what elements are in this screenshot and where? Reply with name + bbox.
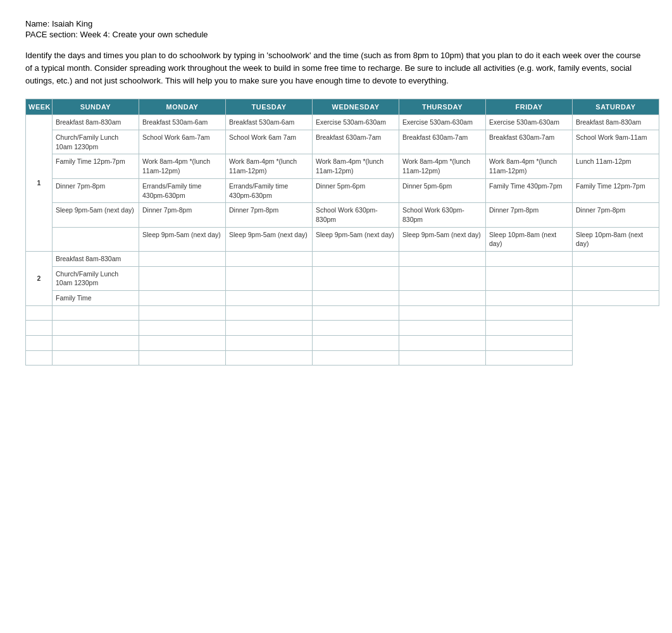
cell-week1-thursday-row5: Sleep 9pm-5am (next day): [399, 227, 486, 251]
table-row-blurred: [26, 305, 659, 321]
cell-week1-saturday-row4: Dinner 7pm-8pm: [573, 203, 659, 227]
cell-week2-sunday-row2: Family Time: [53, 291, 139, 306]
cell-blurred-week2-thursday-extra2: [313, 336, 399, 351]
cell-week1-sunday-row4: Sleep 9pm-5am (next day): [53, 203, 139, 227]
cell-week2-thursday-row0: [399, 251, 486, 266]
col-header-friday: FRIDAY: [486, 99, 573, 115]
cell-blurred-week2-sunday-extra2: [26, 336, 53, 351]
cell-week1-sunday-row2: Family Time 12pm-7pm: [53, 154, 139, 178]
cell-blurred-week2-friday-extra2: [399, 336, 486, 351]
cell-week2-saturday-row2: [573, 291, 659, 306]
cell-blurred-week2-sunday-extra1: [26, 321, 53, 336]
cell-blurred-week2-monday-extra2: [53, 336, 139, 351]
cell-week1-wednesday-row5: Sleep 9pm-5am (next day): [313, 227, 399, 251]
col-header-wednesday: WEDNESDAY: [313, 99, 399, 115]
table-row: Family Time: [26, 291, 659, 306]
cell-week1-friday-row3: Family Time 430pm-7pm: [486, 178, 573, 202]
cell-blurred-week2-wednesday-extra3: [226, 350, 313, 366]
cell-blurred-week2-sunday-extra3: [26, 350, 53, 366]
cell-week1-thursday-row4: School Work 630pm-830pm: [399, 203, 486, 227]
cell-blurred-week2-monday-extra1: [53, 321, 139, 336]
schedule-table: WEEK SUNDAY MONDAY TUESDAY WEDNESDAY THU…: [25, 99, 659, 366]
cell-week2-wednesday-row0: [313, 251, 399, 266]
table-header-row: WEEK SUNDAY MONDAY TUESDAY WEDNESDAY THU…: [26, 99, 659, 115]
cell-week1-tuesday-row1: School Work 6am 7am: [226, 130, 313, 154]
table-row: Dinner 7pm-8pmErrands/Family time 430pm-…: [26, 178, 659, 202]
table-row: 1Breakfast 8am-830amBreakfast 530am-6amB…: [26, 115, 659, 130]
cell-week2-friday-row1: [486, 266, 573, 290]
cell-week1-friday-row2: Work 8am-4pm *(lunch 11am-12pm): [486, 154, 573, 178]
cell-blurred-week2-monday-extra0: [53, 305, 139, 321]
cell-week2-tuesday-row2: [226, 291, 313, 306]
header-section: Name: Isaiah King PACE section: Week 4: …: [25, 19, 647, 39]
cell-week1-sunday-row1: Church/Family Lunch 10am 1230pm: [53, 130, 139, 154]
cell-week2-friday-row0: [486, 251, 573, 266]
cell-week1-saturday-row1: School Work 9am-11am: [573, 130, 659, 154]
table-row: Sleep 9pm-5am (next day)Dinner 7pm-8pmDi…: [26, 203, 659, 227]
cell-blurred-week2-saturday-extra1: [486, 321, 573, 336]
cell-blurred-week2-thursday-extra1: [313, 321, 399, 336]
col-header-week: WEEK: [26, 99, 53, 115]
cell-blurred-week2-saturday-extra3: [486, 350, 573, 366]
cell-week1-saturday-row2: Lunch 11am-12pm: [573, 154, 659, 178]
table-row-blurred: [26, 336, 659, 351]
cell-week1-thursday-row2: Work 8am-4pm *(lunch 11am-12pm): [399, 154, 486, 178]
col-header-sunday: SUNDAY: [53, 99, 139, 115]
cell-week1-friday-row0: Exercise 530am-630am: [486, 115, 573, 130]
table-row: Family Time 12pm-7pmWork 8am-4pm *(lunch…: [26, 154, 659, 178]
cell-week1-tuesday-row0: Breakfast 530am-6am: [226, 115, 313, 130]
cell-blurred-week2-saturday-extra2: [486, 336, 573, 351]
cell-blurred-week2-monday-extra3: [53, 350, 139, 366]
cell-week1-monday-row2: Work 8am-4pm *(lunch 11am-12pm): [139, 154, 226, 178]
cell-week1-monday-row0: Breakfast 530am-6am: [139, 115, 226, 130]
cell-week1-friday-row1: Breakfast 630am-7am: [486, 130, 573, 154]
cell-week2-thursday-row2: [399, 291, 486, 306]
cell-blurred-week2-sunday-extra0: [26, 305, 53, 321]
cell-week1-monday-row4: Dinner 7pm-8pm: [139, 203, 226, 227]
table-row: Sleep 9pm-5am (next day)Sleep 9pm-5am (n…: [26, 227, 659, 251]
cell-week2-monday-row0: [139, 251, 226, 266]
cell-week1-wednesday-row1: Breakfast 630am-7am: [313, 130, 399, 154]
cell-week1-wednesday-row2: Work 8am-4pm *(lunch 11am-12pm): [313, 154, 399, 178]
col-header-tuesday: TUESDAY: [226, 99, 313, 115]
table-row: Church/Family Lunch 10am 1230pmSchool Wo…: [26, 130, 659, 154]
cell-blurred-week2-wednesday-extra1: [226, 321, 313, 336]
pace-section: PACE section: Week 4: Create your own sc…: [25, 30, 647, 39]
cell-blurred-week2-tuesday-extra2: [139, 336, 226, 351]
cell-week2-wednesday-row1: [313, 266, 399, 290]
cell-blurred-week2-wednesday-extra2: [226, 336, 313, 351]
cell-week1-thursday-row0: Exercise 530am-630am: [399, 115, 486, 130]
cell-week2-tuesday-row0: [226, 251, 313, 266]
cell-week1-saturday-row0: Breakfast 8am-830am: [573, 115, 659, 130]
cell-blurred-week2-tuesday-extra1: [139, 321, 226, 336]
cell-week1-tuesday-row5: Sleep 9pm-5am (next day): [226, 227, 313, 251]
cell-week1-thursday-row1: Breakfast 630am-7am: [399, 130, 486, 154]
cell-blurred-week2-wednesday-extra0: [226, 305, 313, 321]
table-row: Church/Family Lunch 10am 1230pm: [26, 266, 659, 290]
cell-week1-saturday-row3: Family Time 12pm-7pm: [573, 178, 659, 202]
table-row-blurred: [26, 350, 659, 366]
cell-week1-monday-row3: Errands/Family time 430pm-630pm: [139, 178, 226, 202]
instructions-text: Identify the days and times you plan to …: [25, 49, 647, 87]
col-header-monday: MONDAY: [139, 99, 226, 115]
cell-blurred-week2-friday-extra0: [399, 305, 486, 321]
cell-week2-sunday-row0: Breakfast 8am-830am: [53, 251, 139, 266]
cell-week2-saturday-row0: [573, 251, 659, 266]
cell-blurred-week2-friday-extra3: [399, 350, 486, 366]
cell-week2-monday-row2: [139, 291, 226, 306]
cell-week1-friday-row5: Sleep 10pm-8am (next day): [486, 227, 573, 251]
col-header-saturday: SATURDAY: [573, 99, 659, 115]
cell-blurred-week2-saturday-extra0: [486, 305, 573, 321]
week-number-2: 2: [26, 251, 53, 305]
cell-week1-wednesday-row3: Dinner 5pm-6pm: [313, 178, 399, 202]
col-header-thursday: THURSDAY: [399, 99, 486, 115]
cell-blurred-week2-thursday-extra3: [313, 350, 399, 366]
cell-week2-saturday-row1: [573, 266, 659, 290]
cell-week1-tuesday-row4: Dinner 7pm-8pm: [226, 203, 313, 227]
cell-week1-monday-row1: School Work 6am-7am: [139, 130, 226, 154]
cell-week2-friday-row2: [486, 291, 573, 306]
cell-week1-monday-row5: Sleep 9pm-5am (next day): [139, 227, 226, 251]
table-row-blurred: [26, 321, 659, 336]
cell-blurred-week2-tuesday-extra3: [139, 350, 226, 366]
cell-week1-sunday-row5: [53, 227, 139, 251]
